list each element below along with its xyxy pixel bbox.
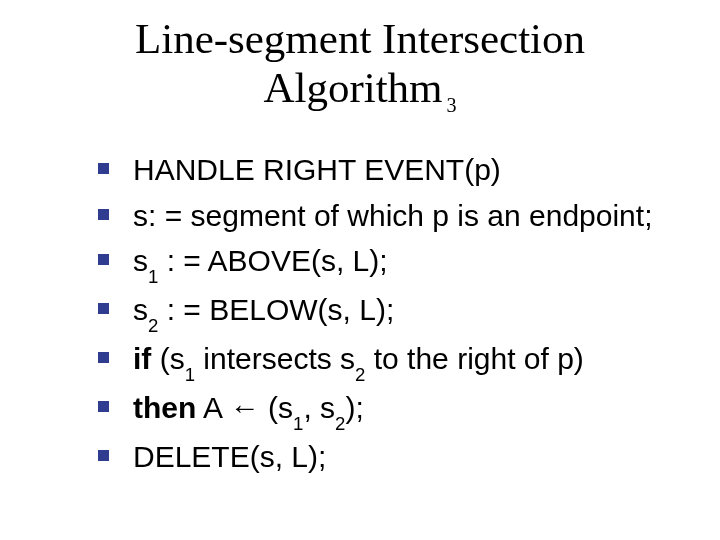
slide-title: Line-segment Intersection Algorithm3 (0, 14, 720, 113)
title-subscript: 3 (447, 94, 457, 116)
list-item: DELETE(s, L); (98, 435, 688, 479)
bullet-icon (98, 450, 109, 461)
slide: Line-segment Intersection Algorithm3 HAN… (0, 0, 720, 540)
bullet-icon (98, 209, 109, 220)
list-item-text: if (s1 intersects s2 to the right of p) (133, 337, 584, 384)
list-item: s1 : = ABOVE(s, L); (98, 239, 688, 286)
list-item: HANDLE RIGHT EVENT(p) (98, 148, 688, 192)
list-item: s: = segment of which p is an endpoint; (98, 194, 688, 238)
bullet-icon (98, 254, 109, 265)
title-line-2: Algorithm (263, 64, 442, 111)
bullet-icon (98, 303, 109, 314)
bullet-icon (98, 163, 109, 174)
list-item-text: HANDLE RIGHT EVENT(p) (133, 148, 501, 192)
title-line-1: Line-segment Intersection (135, 15, 585, 62)
list-item: s2 : = BELOW(s, L); (98, 288, 688, 335)
list-item-text: DELETE(s, L); (133, 435, 326, 479)
bullet-icon (98, 352, 109, 363)
list-item-text: s1 : = ABOVE(s, L); (133, 239, 388, 286)
list-item-text: s: = segment of which p is an endpoint; (133, 194, 652, 238)
list-item: then A ← (s1, s2); (98, 386, 688, 433)
bullet-icon (98, 401, 109, 412)
list-item-text: then A ← (s1, s2); (133, 386, 364, 433)
list-item-text: s2 : = BELOW(s, L); (133, 288, 394, 335)
list-item: if (s1 intersects s2 to the right of p) (98, 337, 688, 384)
slide-body: HANDLE RIGHT EVENT(p) s: = segment of wh… (98, 148, 688, 480)
